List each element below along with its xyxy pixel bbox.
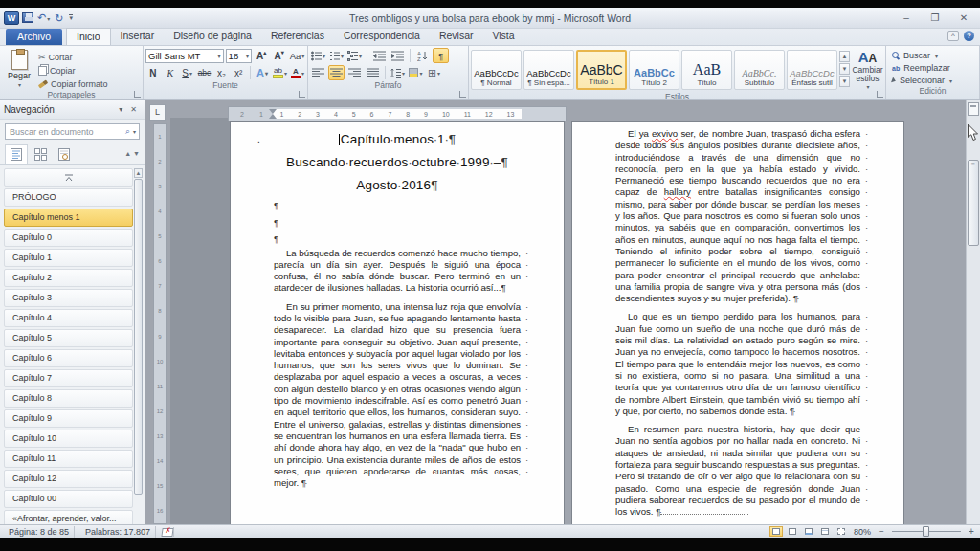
zoom-level[interactable]: 80% xyxy=(851,527,874,537)
decrease-indent-button[interactable] xyxy=(371,48,388,63)
nav-item[interactable]: Capítulo 2 xyxy=(4,269,133,287)
next-heading-icon[interactable]: ▼ xyxy=(133,150,140,157)
justify-button[interactable] xyxy=(365,65,381,80)
style--nfasis-sutil[interactable]: AaBbCcDcÉnfasis sutil xyxy=(787,50,837,90)
horizontal-ruler[interactable]: 21 12345678910111213 xyxy=(228,106,567,121)
nav-item[interactable]: Capítulo 9 xyxy=(4,409,133,428)
word-count-status[interactable]: Palabras: 17.807 xyxy=(80,526,156,538)
format-painter-button[interactable]: Copiar formato xyxy=(36,77,110,90)
multilevel-list-button[interactable]: ▾ xyxy=(346,48,363,63)
draft-view-button[interactable] xyxy=(835,526,848,537)
replace-button[interactable]: abReemplazar xyxy=(892,62,977,74)
cut-button[interactable]: ✂Cortar xyxy=(36,51,110,63)
nav-item[interactable]: Capítulo 4 xyxy=(4,309,133,327)
style-t-tulo-2[interactable]: AaBbCcTítulo 2 xyxy=(629,50,679,90)
search-options-icon[interactable]: ▾ xyxy=(133,128,139,135)
clipboard-dialog-launcher[interactable] xyxy=(134,91,141,98)
outline-view-button[interactable] xyxy=(818,526,832,537)
paragraph-dialog-launcher[interactable] xyxy=(459,91,466,98)
style-subt-tulo[interactable]: AaBbCc.Subtítulo xyxy=(734,50,785,90)
underline-button[interactable]: S▾ xyxy=(180,65,195,80)
font-name-combo[interactable]: Gill Sans MT▾ xyxy=(145,49,224,63)
shrink-font-button[interactable]: A▾ xyxy=(271,48,287,63)
strikethrough-button[interactable]: abc xyxy=(197,65,212,80)
font-size-combo[interactable]: 18▾ xyxy=(226,49,252,63)
line-spacing-button[interactable]: ▾ xyxy=(390,65,406,80)
sort-button[interactable]: AZ xyxy=(414,48,431,63)
nav-item[interactable]: Capítulo 11 xyxy=(4,450,133,468)
nav-scroll-thumb[interactable] xyxy=(134,179,143,495)
tab-browse-results[interactable] xyxy=(53,144,76,164)
tab-stop-selector[interactable]: L xyxy=(149,104,166,121)
nav-item[interactable]: Capítulo 0 xyxy=(4,229,133,247)
grow-font-button[interactable]: A▴ xyxy=(254,48,270,63)
tab-browse-pages[interactable] xyxy=(29,144,52,164)
font-dialog-launcher[interactable] xyxy=(299,91,305,98)
highlight-button[interactable]: ab▾ xyxy=(272,65,288,80)
page-count-status[interactable]: Página: 8 de 85 xyxy=(4,526,75,538)
navigation-menu-icon[interactable]: ▾ xyxy=(115,105,126,114)
numbering-button[interactable]: ▾ xyxy=(328,48,345,63)
search-input[interactable] xyxy=(6,127,123,137)
previous-heading-icon[interactable]: ▲ xyxy=(124,150,131,157)
style--normal[interactable]: AaBbCcDc¶ Normal xyxy=(471,50,522,90)
superscript-button[interactable]: x² xyxy=(231,65,246,80)
vertical-ruler[interactable]: 12345678910111213141516 xyxy=(153,123,167,524)
document-page-2[interactable]: El ya exvivo ser, de nombre Juan, traspa… xyxy=(571,121,904,524)
subscript-button[interactable]: x₂ xyxy=(213,65,229,80)
restore-button[interactable]: ❐ xyxy=(928,12,942,23)
ruler-toggle-icon[interactable] xyxy=(968,102,979,116)
styles-dialog-launcher[interactable] xyxy=(877,91,883,98)
print-layout-view-button[interactable] xyxy=(769,526,783,537)
scrollbar-thumb[interactable] xyxy=(968,160,979,246)
text-effects-button[interactable]: A▾ xyxy=(255,65,270,80)
find-button[interactable]: Buscar▾ xyxy=(892,50,977,61)
nav-collapse-button[interactable] xyxy=(4,168,133,187)
style--sin-espa-[interactable]: AaBbCcDc¶ Sin espa... xyxy=(523,50,574,90)
nav-item[interactable]: Capítulo menos 1 xyxy=(4,209,133,227)
spellcheck-status-icon[interactable] xyxy=(162,527,174,537)
tab-insertar[interactable]: Insertar xyxy=(111,28,165,45)
style-t-tulo[interactable]: AaBTítulo xyxy=(681,50,732,90)
nav-item[interactable]: Capítulo 00 xyxy=(4,490,133,508)
tab-referencias[interactable]: Referencias xyxy=(261,28,334,45)
help-icon[interactable]: ? xyxy=(964,31,974,41)
style-t-tulo-1[interactable]: AaBbCTítulo 1 xyxy=(576,50,627,90)
nav-scroll-up-icon[interactable]: ▲ xyxy=(134,168,143,178)
copy-button[interactable]: Copiar xyxy=(36,64,110,77)
font-color-button[interactable]: A▾ xyxy=(290,65,305,80)
zoom-out-button[interactable]: − xyxy=(877,527,886,537)
nav-item[interactable]: Capítulo 12 xyxy=(4,470,133,488)
borders-button[interactable]: ⊞▾ xyxy=(426,65,442,80)
gallery-down-icon[interactable]: ▼ xyxy=(839,63,850,75)
tab-inicio[interactable]: Inicio xyxy=(66,28,111,45)
zoom-in-button[interactable]: + xyxy=(967,527,976,537)
shading-button[interactable]: ▾ xyxy=(408,65,424,80)
tab-browse-headings[interactable] xyxy=(5,144,28,164)
italic-button[interactable]: K xyxy=(163,65,178,80)
paste-button[interactable]: Pegar▾ xyxy=(2,48,36,88)
increase-indent-button[interactable] xyxy=(390,48,406,63)
nav-item[interactable]: Capítulo 7 xyxy=(4,369,133,387)
nav-item[interactable]: Capítulo 10 xyxy=(4,430,133,448)
nav-item[interactable]: Capítulo 8 xyxy=(4,389,133,408)
nav-item[interactable]: Capítulo 3 xyxy=(4,289,133,307)
align-center-button[interactable] xyxy=(328,65,345,80)
nav-item[interactable]: Capítulo 1 xyxy=(4,249,133,267)
show-marks-button[interactable]: ¶ xyxy=(433,48,449,63)
minimize-ribbon-icon[interactable]: ^ xyxy=(947,31,959,41)
gallery-up-icon[interactable]: ▲ xyxy=(839,51,850,62)
close-button[interactable]: ✕ xyxy=(957,12,970,23)
select-button[interactable]: Seleccionar▾ xyxy=(892,75,977,86)
align-left-button[interactable] xyxy=(310,65,326,80)
nav-scrollbar[interactable]: ▲ xyxy=(134,168,143,522)
align-right-button[interactable] xyxy=(346,65,363,80)
nav-item[interactable]: PRÓLOGO xyxy=(4,188,133,207)
fullscreen-reading-view-button[interactable] xyxy=(786,526,799,537)
nav-item[interactable]: Capítulo 5 xyxy=(4,329,133,347)
search-icon[interactable]: ⌕ xyxy=(123,126,132,137)
nav-item[interactable]: «Afrontar, aprender, valor... xyxy=(4,510,133,524)
bold-button[interactable]: N xyxy=(145,65,161,80)
nav-item[interactable]: Capítulo 6 xyxy=(4,349,133,367)
hanging-indent-marker[interactable] xyxy=(269,114,277,119)
